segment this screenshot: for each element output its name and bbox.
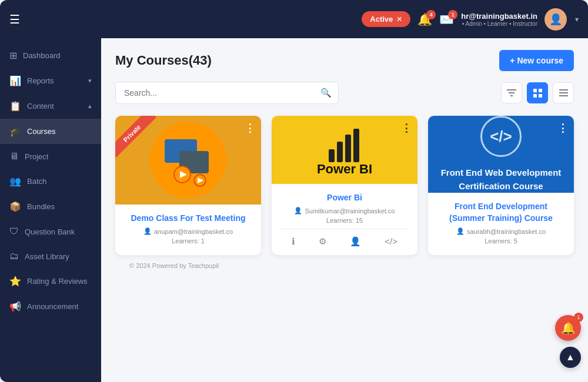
main-layout: ⊞ Dashboard 📊 Reports ▾ 📋 Content ▴ 🎓 Co… [0, 38, 588, 382]
svg-rect-18 [337, 142, 343, 162]
sidebar-label-assetlibrary: Asset Library [25, 252, 92, 261]
author-icon-demo: 👤 [143, 227, 152, 235]
dashboard-icon: ⊞ [9, 50, 17, 61]
user-roles: • Admin • Learner • Instructor [462, 21, 537, 27]
card-author-powerbi: 👤 Sumitkumar@trainingbasket.co [280, 207, 409, 215]
sidebar-label-reports: Reports [27, 76, 82, 85]
sidebar-item-questionbank[interactable]: 🛡 Question Bank [0, 219, 101, 244]
sidebar-item-bundles[interactable]: 📦 Bundles [0, 194, 101, 219]
sidebar-label-courses: Courses [27, 127, 92, 136]
search-box: 🔍 [115, 82, 339, 104]
card-menu-demo[interactable]: ⋮ [245, 122, 255, 135]
svg-rect-6 [539, 94, 542, 98]
sidebar-item-project[interactable]: 🖥 Project [0, 144, 101, 169]
svg-rect-17 [329, 149, 335, 162]
sidebar: ⊞ Dashboard 📊 Reports ▾ 📋 Content ▴ 🎓 Co… [0, 38, 101, 382]
user-info: hr@trainingbasket.in • Admin • Learner •… [461, 12, 537, 27]
sidebar-item-reports[interactable]: 📊 Reports ▾ [0, 68, 101, 93]
page-header: My Courses(43) + New course [115, 50, 574, 71]
batch-icon: 👥 [9, 176, 21, 187]
grid-view-button[interactable] [527, 82, 548, 103]
card-thumbnail-powerbi: ⋮ Power BI [272, 116, 417, 184]
search-icon: 🔍 [320, 88, 332, 98]
card-author-frontend: 👤 saurabh@trainingbasket.co [436, 227, 566, 235]
svg-rect-5 [533, 94, 537, 98]
courses-grid: ⋮ Private Demo Class For Test Meeting [115, 116, 574, 255]
reports-icon: 📊 [9, 75, 21, 86]
card-menu-frontend[interactable]: ⋮ [557, 122, 568, 135]
content-arrow-icon: ▴ [88, 102, 92, 110]
author-icon-frontend: 👤 [456, 227, 465, 235]
active-close-icon[interactable]: ✕ [396, 15, 402, 24]
footer-text: © 2024 Powered by Teachpupil [129, 262, 219, 269]
course-card-demo: ⋮ Private Demo Class For Test Meeting [115, 116, 261, 255]
card-title-frontend: Front End Development (Summer Training) … [436, 201, 566, 224]
project-icon: 🖥 [9, 151, 19, 162]
code-circle-icon: </> [480, 116, 522, 157]
card-learners-powerbi: Learners: 15 [280, 217, 409, 224]
frontend-thumb-text1: Front End Web Development [441, 166, 562, 180]
content-footer: © 2024 Powered by Teachpupil [115, 255, 574, 276]
search-filter-row: 🔍 [115, 82, 574, 104]
sidebar-item-dashboard[interactable]: ⊞ Dashboard [0, 43, 101, 68]
active-label: Active [370, 15, 393, 24]
powerbi-logo-svg [324, 123, 365, 164]
sidebar-item-announcement[interactable]: 📢 Announcement [0, 294, 101, 319]
filter-actions [501, 82, 574, 103]
demo-thumbnail-svg [147, 119, 229, 201]
sidebar-label-project: Project [25, 152, 92, 161]
filter-button[interactable] [501, 82, 522, 103]
content-area: My Courses(43) + New course 🔍 [101, 38, 588, 382]
user-action-btn[interactable]: 👤 [345, 234, 366, 249]
ratingreviews-icon: ⭐ [9, 276, 21, 287]
assetlibrary-icon: 🗂 [9, 251, 19, 262]
card-learners-frontend: Learners: 5 [436, 237, 566, 244]
card-actions-powerbi: ℹ ⚙ 👤 </> [280, 229, 409, 249]
sidebar-item-ratingreviews[interactable]: ⭐ Rating & Reviews [0, 269, 101, 294]
list-view-button[interactable] [553, 82, 574, 103]
courses-icon: 🎓 [9, 126, 21, 137]
hamburger-menu[interactable]: ☰ [9, 12, 20, 26]
header-right: Active ✕ 🔔 4 ✉️ 1 hr@trainingbasket.in •… [362, 8, 579, 31]
card-title-powerbi: Power Bi [280, 192, 409, 204]
mail-btn[interactable]: ✉️ 1 [439, 12, 454, 26]
announcement-icon: 📢 [9, 301, 21, 312]
sidebar-item-batch[interactable]: 👥 Batch [0, 169, 101, 194]
floating-notification-btn[interactable]: 🔔 1 [555, 315, 581, 341]
new-course-button[interactable]: + New course [499, 50, 574, 71]
card-body-powerbi: Power Bi 👤 Sumitkumar@trainingbasket.co … [272, 184, 417, 256]
settings-action-btn[interactable]: ⚙ [314, 234, 331, 249]
author-icon-powerbi: 👤 [294, 207, 302, 215]
notification-bell-btn[interactable]: 🔔 4 [417, 12, 432, 26]
svg-rect-3 [533, 89, 537, 92]
page-title: My Courses(43) [115, 53, 212, 68]
frontend-thumb-text2: Certification Course [459, 180, 543, 193]
content-icon: 📋 [9, 100, 21, 112]
scroll-to-top-btn[interactable]: ▲ [560, 347, 581, 368]
svg-rect-19 [345, 135, 351, 162]
top-header: ☰ Active ✕ 🔔 4 ✉️ 1 hr@trainingbasket.in… [0, 0, 588, 38]
avatar[interactable]: 👤 [544, 8, 567, 31]
card-menu-powerbi[interactable]: ⋮ [401, 122, 412, 135]
card-body-frontend: Front End Development (Summer Training) … [428, 193, 574, 255]
card-body-demo: Demo Class For Test Meeting 👤 anupam@tra… [115, 205, 261, 256]
up-arrow-icon: ▲ [566, 352, 575, 363]
svg-rect-4 [539, 89, 542, 92]
card-learners-demo: Learners: 1 [123, 237, 253, 244]
user-chevron-icon[interactable]: ▾ [575, 15, 579, 24]
header-left: ☰ [9, 12, 20, 26]
sidebar-item-content[interactable]: 📋 Content ▴ [0, 93, 101, 119]
mail-badge: 1 [448, 10, 457, 19]
card-thumbnail-demo: ⋮ Private [115, 116, 261, 205]
sidebar-item-courses[interactable]: 🎓 Courses [0, 119, 101, 144]
questionbank-icon: 🛡 [9, 226, 19, 237]
card-thumbnail-frontend: ⋮ </> Front End Web Development Certific… [428, 116, 574, 193]
active-status-badge[interactable]: Active ✕ [362, 11, 410, 27]
card-author-demo: 👤 anupam@trainingbasket.co [123, 227, 253, 235]
powerbi-text: Power BI [317, 162, 372, 177]
course-card-powerbi: ⋮ Power BI Power Bi [272, 116, 417, 255]
info-action-btn[interactable]: ℹ [287, 234, 300, 249]
sidebar-item-assetlibrary[interactable]: 🗂 Asset Library [0, 244, 101, 269]
code-action-btn[interactable]: </> [380, 234, 402, 249]
search-input[interactable] [115, 82, 339, 104]
